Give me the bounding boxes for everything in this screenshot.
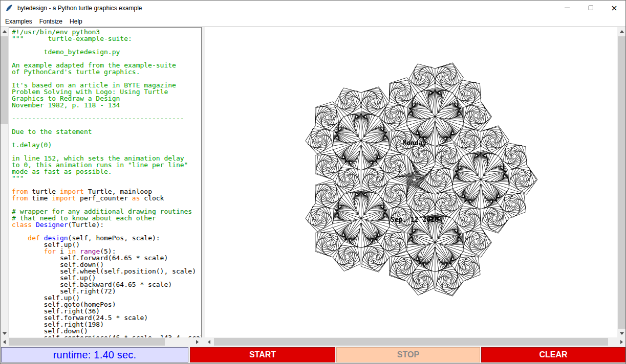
editor-scroll-left-button[interactable] xyxy=(0,337,9,346)
right-arrow-icon xyxy=(620,340,623,344)
window-controls: × xyxy=(555,0,626,16)
left-arrow-icon xyxy=(208,340,210,344)
canvas-scroll-left-button[interactable] xyxy=(205,337,213,346)
menu-item-help[interactable]: Help xyxy=(66,17,86,26)
start-button[interactable]: START xyxy=(190,347,335,362)
maximize-icon xyxy=(589,6,593,10)
clear-button[interactable]: CLEAR xyxy=(481,347,625,362)
down-arrow-icon xyxy=(620,332,624,335)
canvas-scroll-down-button[interactable] xyxy=(617,329,626,338)
code-line: November 1982, p. 118 - 134 xyxy=(12,102,201,108)
title-bar: bytedesign - a Python turtle graphics ex… xyxy=(0,0,626,16)
turtle-canvas[interactable] xyxy=(205,27,617,338)
maximize-button[interactable] xyxy=(579,0,602,16)
minimize-button[interactable] xyxy=(555,0,579,16)
hscrollbar-row xyxy=(0,337,626,346)
menu-bar: Examples Fontsize Help xyxy=(0,16,626,27)
code-line: of PythonCard's turtle graphics. xyxy=(12,69,201,75)
menu-item-examples[interactable]: Examples xyxy=(2,17,36,26)
editor-vscrollbar[interactable] xyxy=(0,27,9,338)
left-arrow-icon xyxy=(3,340,6,344)
code-line: t.delay(0) xyxy=(12,142,201,148)
runtime-label: runtime: 1.40 sec. xyxy=(1,347,188,362)
editor-scroll-right-button[interactable] xyxy=(193,337,202,346)
canvas-hscrollbar[interactable] xyxy=(205,337,626,346)
editor-scroll-down-button[interactable] xyxy=(0,329,9,338)
canvas-hscroll-thumb[interactable] xyxy=(214,338,608,346)
editor-hscrollbar[interactable] xyxy=(0,337,202,346)
up-arrow-icon xyxy=(620,30,624,33)
stop-button[interactable]: STOP xyxy=(336,347,480,362)
code-line: """ xyxy=(12,175,201,181)
app-icon xyxy=(5,4,13,12)
up-arrow-icon xyxy=(3,30,7,33)
code-line: class Designer(Turtle): xyxy=(12,221,201,228)
code-line: ----------------------------------------… xyxy=(12,115,201,122)
menu-item-fontsize[interactable]: Fontsize xyxy=(36,17,66,26)
code-line: mode as fast as possible. xyxy=(12,168,201,175)
editor-scroll-up-button[interactable] xyxy=(0,27,9,36)
canvas-scroll-up-button[interactable] xyxy=(617,27,626,36)
feather-icon xyxy=(5,4,13,12)
right-arrow-icon xyxy=(196,340,199,344)
canvas-vscrollbar[interactable] xyxy=(617,27,626,338)
code-line: Due to the statement xyxy=(12,128,201,135)
code-editor[interactable]: #!/usr/bin/env python3""" turtle-example… xyxy=(9,27,202,338)
close-button[interactable]: × xyxy=(602,0,626,16)
canvas-scroll-right-button[interactable] xyxy=(617,337,626,346)
editor-vscroll-thumb[interactable] xyxy=(1,36,8,124)
canvas-vscroll-thumb[interactable] xyxy=(618,36,625,329)
main-area: #!/usr/bin/env python3""" turtle-example… xyxy=(0,27,626,337)
editor-hscroll-thumb[interactable] xyxy=(9,338,165,346)
code-line: """ turtle-example-suite: xyxy=(12,35,201,42)
code-line: from time import perf_counter as clock xyxy=(12,195,201,201)
window-title: bytedesign - a Python turtle graphics ex… xyxy=(17,5,142,12)
status-bar: runtime: 1.40 sec. START STOP CLEAR xyxy=(0,346,626,364)
minimize-icon xyxy=(565,8,570,8)
code-line: tdemo_bytedesign.py xyxy=(12,49,201,55)
close-icon: × xyxy=(611,4,617,12)
code-text: #!/usr/bin/env python3""" turtle-example… xyxy=(9,28,201,338)
down-arrow-icon xyxy=(3,332,7,335)
